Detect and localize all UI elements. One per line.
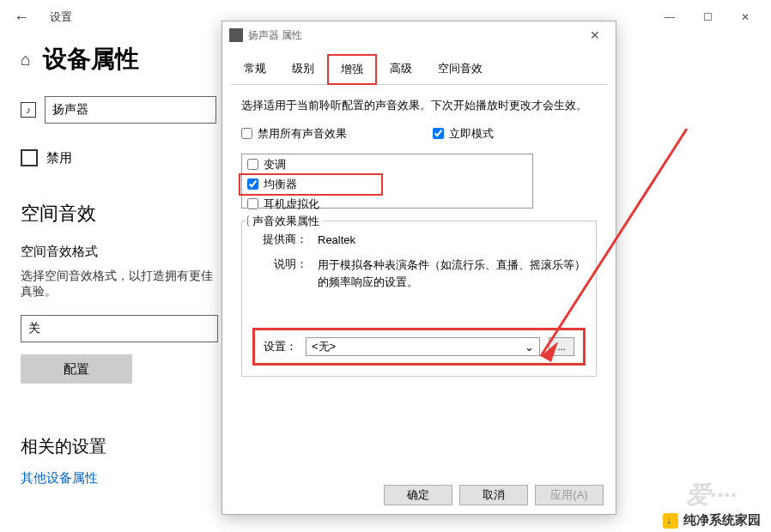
tab-advanced[interactable]: 高级 (377, 54, 425, 84)
dialog-close-button[interactable]: ✕ (581, 25, 609, 45)
page-title: 设备属性 (43, 43, 139, 76)
dialog-description: 选择适用于当前聆听配置的声音效果。下次开始播放时更改才会生效。 (241, 97, 597, 114)
effect-equalizer[interactable]: 均衡器 (247, 176, 381, 193)
tab-levels[interactable]: 级别 (279, 54, 327, 84)
description-row: 说明： 用于模拟各种表演条件（如流行乐、直播、摇滚乐等）的频率响应的设置。 (252, 257, 586, 290)
eq-preset-select[interactable]: <无> ⌄ (306, 337, 540, 356)
tab-enhancements[interactable]: 增强 (327, 54, 377, 85)
minimize-button[interactable]: — (651, 4, 689, 30)
description-value: 用于模拟各种表演条件（如流行乐、直播、摇滚乐等）的频率响应的设置。 (318, 257, 586, 290)
dialog-title: 扬声器 属性 (248, 28, 302, 43)
spatial-format-select[interactable]: 关 (21, 315, 218, 342)
watermark-text: 纯净系统家园 (683, 512, 761, 529)
ok-button[interactable]: 确定 (384, 485, 452, 505)
effect-properties-fieldset: 声音效果属性 提供商： Realtek 说明： 用于模拟各种表演条件（如流行乐、… (241, 221, 597, 378)
dialog-icon (229, 28, 243, 42)
cancel-button[interactable]: 取消 (459, 485, 528, 505)
window-controls: — ☐ ✕ (651, 4, 764, 30)
disable-label: 禁用 (46, 150, 72, 166)
immediate-mode-checkbox[interactable]: 立即模式 (433, 126, 494, 142)
watermark: 纯净系统家园 (663, 512, 761, 529)
back-button[interactable]: ← (7, 5, 36, 30)
chevron-down-icon: ⌄ (525, 341, 534, 354)
dialog-body: 选择适用于当前聆听配置的声音效果。下次开始播放时更改才会生效。 禁用所有声音效果… (222, 85, 616, 475)
provider-row: 提供商： Realtek (252, 232, 586, 249)
tab-spatial-sound[interactable]: 空间音效 (425, 54, 495, 84)
eq-settings-row: 设置： <无> ⌄ ... (252, 328, 586, 366)
speaker-icon: ♪ (21, 102, 36, 118)
watermark-icon (663, 513, 678, 529)
watermark-ghost: 爱···· (686, 479, 737, 511)
fieldset-legend: 声音效果属性 (249, 214, 323, 229)
dialog-titlebar: 扬声器 属性 ✕ (222, 21, 616, 49)
home-icon[interactable]: ⌂ (21, 50, 31, 70)
eq-more-button[interactable]: ... (549, 337, 574, 356)
effect-headphone-virtualization[interactable]: 耳机虚拟化 (247, 196, 527, 213)
disable-checkbox[interactable] (21, 149, 38, 166)
provider-value: Realtek (318, 232, 586, 249)
effect-equalizer-highlight: 均衡器 (239, 173, 383, 196)
maximize-button[interactable]: ☐ (689, 4, 726, 30)
effects-list[interactable]: 变调 均衡器 耳机虚拟化 响度均衡 (241, 154, 533, 209)
immediate-mode-checkbox-input[interactable] (433, 128, 444, 139)
checkbox-row: 禁用所有声音效果 立即模式 (241, 126, 597, 148)
settings-title: 设置 (50, 9, 72, 25)
device-name-input[interactable] (45, 96, 216, 124)
speaker-properties-dialog: 扬声器 属性 ✕ 常规 级别 增强 高级 空间音效 选择适用于当前聆听配置的声音… (222, 21, 616, 515)
settings-label: 设置： (264, 339, 297, 354)
configure-button[interactable]: 配置 (21, 354, 132, 384)
close-button[interactable]: ✕ (726, 4, 764, 30)
dialog-footer: 确定 取消 应用(A) (222, 475, 616, 514)
disable-all-effects-checkbox[interactable]: 禁用所有声音效果 (241, 126, 347, 142)
spatial-desc: 选择空间音效格式，以打造拥有更佳真验。 (21, 269, 218, 299)
tab-general[interactable]: 常规 (231, 54, 279, 84)
disable-all-checkbox-input[interactable] (241, 128, 252, 139)
dialog-tabs: 常规 级别 增强 高级 空间音效 (231, 54, 607, 85)
effect-pitch[interactable]: 变调 (247, 156, 527, 173)
apply-button[interactable]: 应用(A) (535, 485, 604, 505)
